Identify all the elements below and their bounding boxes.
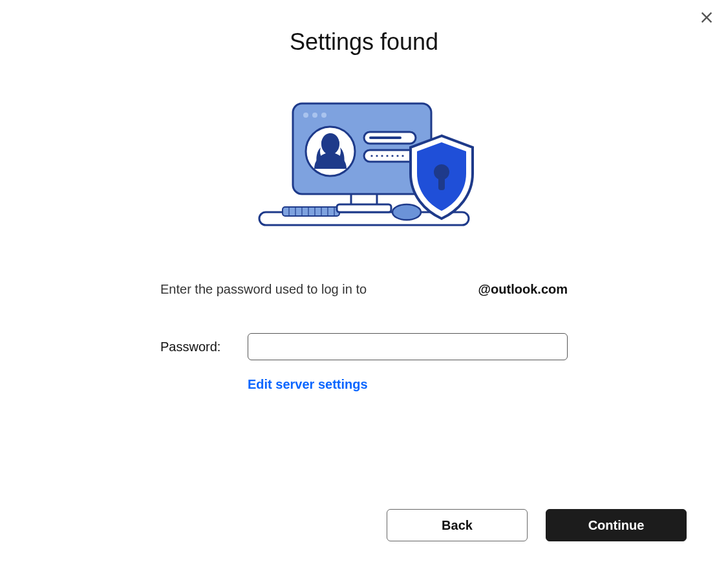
svg-point-18 [321, 113, 327, 118]
password-label: Password: [160, 340, 228, 354]
password-input[interactable] [248, 333, 568, 360]
svg-point-17 [312, 113, 317, 118]
instruction-prefix: Enter the password used to log in to [160, 282, 367, 297]
svg-point-27 [391, 155, 393, 157]
svg-point-24 [376, 155, 378, 157]
svg-point-12 [392, 204, 421, 220]
close-button[interactable] [697, 8, 716, 29]
page-title: Settings found [0, 28, 728, 56]
svg-rect-31 [438, 176, 445, 190]
instruction-text: Enter the password used to log in to @ou… [160, 282, 568, 297]
illustration [0, 101, 728, 230]
svg-point-16 [303, 113, 308, 118]
continue-button[interactable]: Continue [546, 509, 687, 541]
email-domain: @outlook.com [478, 282, 568, 297]
svg-point-25 [381, 155, 383, 157]
svg-point-23 [370, 155, 372, 157]
svg-rect-14 [337, 204, 391, 212]
svg-point-26 [386, 155, 388, 157]
svg-point-29 [401, 155, 403, 157]
edit-server-settings-link[interactable]: Edit server settings [248, 377, 368, 391]
computer-shield-illustration [254, 101, 474, 230]
back-button[interactable]: Back [387, 509, 528, 541]
close-icon [700, 10, 714, 25]
svg-rect-3 [283, 207, 339, 216]
svg-point-28 [396, 155, 398, 157]
